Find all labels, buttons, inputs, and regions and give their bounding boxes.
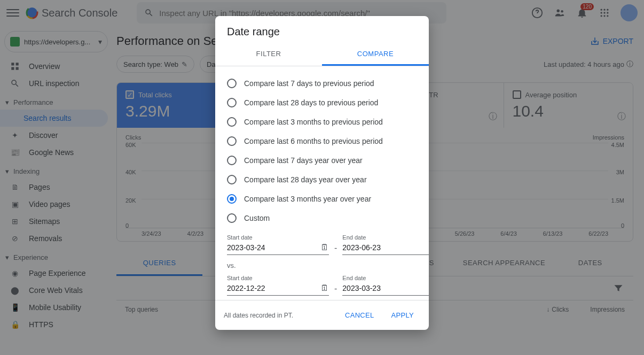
calendar-icon[interactable]: 🗓	[320, 243, 329, 252]
end-date-label-2: End date	[342, 275, 429, 281]
radio-label: Compare last 28 days year over year	[244, 175, 367, 184]
period2-start-field[interactable]: 🗓	[227, 281, 329, 296]
radio-icon	[227, 117, 237, 127]
radio-icon	[227, 194, 237, 204]
period1-start-input[interactable]	[227, 243, 320, 252]
radio-label: Compare last 28 days to previous period	[244, 98, 378, 107]
apply-button[interactable]: APPLY	[385, 307, 420, 323]
radio-option-2[interactable]: Compare last 3 months to previous period	[227, 112, 417, 132]
cancel-button[interactable]: CANCEL	[339, 307, 381, 323]
period1-end-field[interactable]: 🗓	[342, 241, 429, 255]
radio-icon	[227, 136, 237, 146]
date-separator: -	[334, 284, 337, 296]
start-date-label: Start date	[227, 234, 329, 241]
period2-end-input[interactable]	[342, 284, 429, 292]
radio-option-1[interactable]: Compare last 28 days to previous period	[227, 93, 417, 112]
radio-icon	[227, 175, 237, 184]
dialog-title: Date range	[215, 16, 429, 43]
radio-option-6[interactable]: Compare last 3 months year over year	[227, 189, 417, 209]
date-range-dialog: Date range FILTER COMPARE Compare last 7…	[215, 16, 429, 330]
radio-option-4[interactable]: Compare last 7 days year over year	[227, 151, 417, 170]
radio-label: Compare last 3 months to previous period	[244, 118, 383, 126]
radio-label: Custom	[244, 214, 270, 222]
radio-option-0[interactable]: Compare last 7 days to previous period	[227, 74, 417, 93]
period1-start-field[interactable]: 🗓	[227, 241, 329, 255]
radio-icon	[227, 156, 237, 165]
radio-icon	[227, 79, 237, 88]
radio-label: Compare last 3 months year over year	[244, 195, 371, 203]
radio-label: Compare last 7 days to previous period	[244, 79, 374, 88]
dialog-tab-compare[interactable]: COMPARE	[322, 43, 429, 66]
period2-start-input[interactable]	[227, 284, 320, 292]
calendar-icon[interactable]: 🗓	[320, 283, 329, 293]
period1-end-input[interactable]	[342, 243, 429, 252]
period2-end-field[interactable]: 🗓	[342, 281, 429, 296]
radio-option-7[interactable]: Custom	[227, 209, 417, 228]
radio-icon	[227, 98, 237, 107]
dialog-footnote: All dates recorded in PT.	[224, 312, 293, 319]
end-date-label: End date	[342, 234, 429, 241]
radio-label: Compare last 6 months to previous period	[244, 137, 383, 145]
date-separator: -	[334, 243, 337, 255]
vs-label: vs.	[215, 259, 429, 272]
modal-dim[interactable]: Date range FILTER COMPARE Compare last 7…	[0, 0, 644, 355]
dialog-tab-filter[interactable]: FILTER	[215, 43, 322, 66]
radio-option-3[interactable]: Compare last 6 months to previous period	[227, 132, 417, 151]
radio-label: Compare last 7 days year over year	[244, 156, 363, 165]
radio-option-5[interactable]: Compare last 28 days year over year	[227, 170, 417, 189]
start-date-label-2: Start date	[227, 275, 329, 281]
radio-icon	[227, 213, 237, 223]
